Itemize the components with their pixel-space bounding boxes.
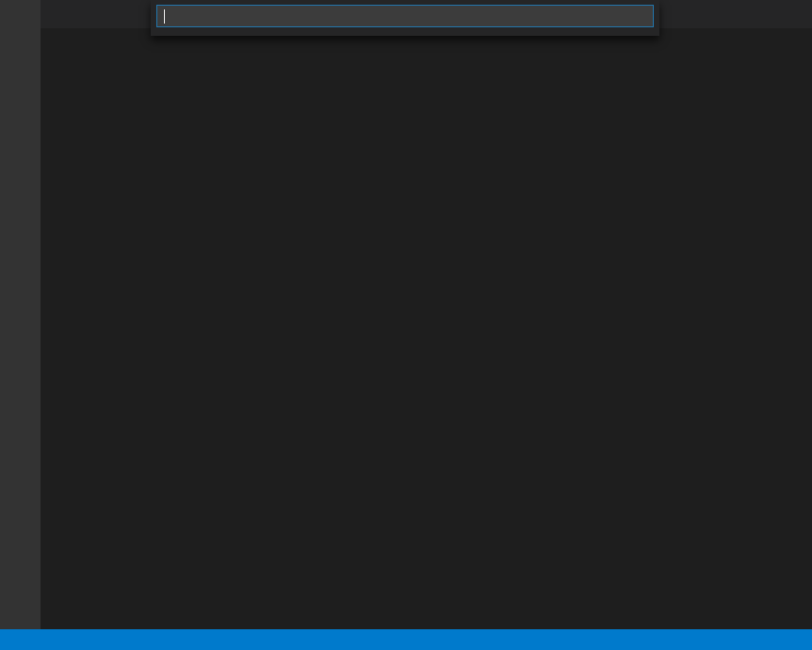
- status-bar: [0, 629, 812, 650]
- quick-open-widget: [151, 0, 659, 36]
- activity-bar: [0, 0, 41, 629]
- quick-open-input[interactable]: [156, 5, 654, 27]
- vscode-window: [0, 0, 812, 650]
- text-caret: [164, 9, 165, 24]
- code-editor[interactable]: [41, 28, 812, 629]
- editor-actions: [804, 0, 812, 28]
